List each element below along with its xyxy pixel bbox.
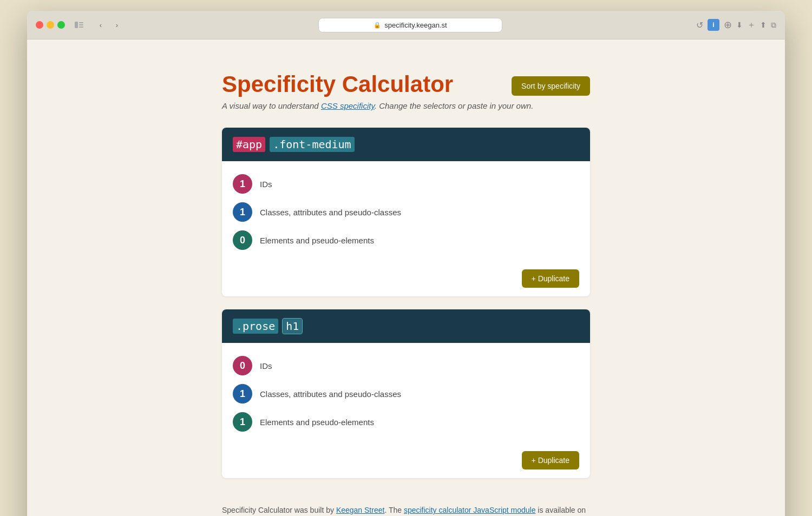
selector-token-class-1: .font-medium xyxy=(270,137,355,152)
svg-rect-1 xyxy=(79,22,83,23)
selector-token-element-2: h1 xyxy=(283,319,302,334)
address-bar[interactable]: 🔒 specificity.keegan.st xyxy=(318,18,502,32)
footer-text-2: . The xyxy=(384,506,404,514)
ids-count-2: 0 xyxy=(240,360,245,372)
card-footer-2: + Duplicate xyxy=(222,445,590,478)
toolbar-icons-right: ↺ i ⊕ ⬇ ＋ ⬆ ⧉ xyxy=(696,19,776,31)
browser-window: ‹ › 🔒 specificity.keegan.st ↺ i ⊕ ⬇ ＋ ⬆ … xyxy=(27,11,785,516)
svg-rect-0 xyxy=(75,22,78,28)
classes-badge-2: 1 xyxy=(233,384,252,403)
elements-row-1: 0 Elements and pseudo-elements xyxy=(233,226,579,254)
page-title: Specificity Calculator xyxy=(222,72,453,97)
elements-badge-1: 0 xyxy=(233,230,252,250)
traffic-light-yellow[interactable] xyxy=(47,21,54,29)
page-content: Specificity Calculator Sort by specifici… xyxy=(27,39,785,516)
specificity-rows-2: 0 IDs 1 Classes, attributes and pseudo-c… xyxy=(222,343,590,445)
elements-label-2: Elements and pseudo-elements xyxy=(260,418,374,427)
page-footer: Specificity Calculator was built by Keeg… xyxy=(222,504,590,516)
traffic-light-green[interactable] xyxy=(57,21,65,29)
selector-token-id-1: #app xyxy=(233,137,265,152)
elements-row-2: 1 Elements and pseudo-elements xyxy=(233,408,579,436)
extensions-icon[interactable]: i xyxy=(708,19,719,31)
traffic-light-red[interactable] xyxy=(36,21,43,29)
duplicate-button-1[interactable]: + Duplicate xyxy=(522,269,579,288)
nav-buttons: ‹ › xyxy=(93,17,125,32)
ids-badge-2: 0 xyxy=(233,356,252,375)
calculator-card-2: .prose h1 0 IDs 1 Classes, attribut xyxy=(222,309,590,478)
classes-badge-1: 1 xyxy=(233,202,252,222)
ids-label-2: IDs xyxy=(260,361,272,371)
footer-line-1: Specificity Calculator was built by Keeg… xyxy=(222,504,590,516)
svg-rect-3 xyxy=(79,27,83,28)
ids-row-1: 1 IDs xyxy=(233,170,579,198)
elements-count-1: 0 xyxy=(240,235,245,246)
classes-row-2: 1 Classes, attributes and pseudo-classes xyxy=(233,380,579,408)
address-bar-container: 🔒 specificity.keegan.st xyxy=(131,18,690,32)
selector-bar-1[interactable]: #app .font-medium xyxy=(222,128,590,161)
url-text: specificity.keegan.st xyxy=(384,21,447,29)
back-button[interactable]: ‹ xyxy=(93,17,108,32)
classes-count-2: 1 xyxy=(240,388,245,400)
classes-label-1: Classes, attributes and pseudo-classes xyxy=(260,208,401,217)
add-tab-icon[interactable]: ⊕ xyxy=(724,19,732,31)
svg-rect-2 xyxy=(79,24,83,25)
elements-badge-2: 1 xyxy=(233,412,252,432)
reload-icon[interactable]: ↺ xyxy=(696,20,703,30)
ids-label-1: IDs xyxy=(260,180,272,189)
tabs-icon[interactable]: ⧉ xyxy=(771,21,776,30)
page-header: Specificity Calculator Sort by specifici… xyxy=(222,72,590,97)
js-module-link[interactable]: specificity calculator JavaScript module xyxy=(404,506,536,514)
subtitle-text: A visual way to understand xyxy=(222,101,321,110)
main-container: Specificity Calculator Sort by specifici… xyxy=(222,72,590,491)
sort-by-specificity-button[interactable]: Sort by specificity xyxy=(512,76,590,96)
traffic-lights xyxy=(36,21,65,29)
duplicate-button-2[interactable]: + Duplicate xyxy=(522,451,579,469)
classes-count-1: 1 xyxy=(240,207,245,218)
calculator-card-1: #app .font-medium 1 IDs 1 Classes, xyxy=(222,128,590,296)
browser-toolbar: ‹ › 🔒 specificity.keegan.st ↺ i ⊕ ⬇ ＋ ⬆ … xyxy=(27,11,785,39)
ids-badge-1: 1 xyxy=(233,174,252,194)
selector-bar-2[interactable]: .prose h1 xyxy=(222,309,590,343)
keegan-street-link[interactable]: Keegan Street xyxy=(336,506,385,514)
new-tab-icon[interactable]: ＋ xyxy=(747,19,756,31)
classes-row-1: 1 Classes, attributes and pseudo-classes xyxy=(233,198,579,226)
page-subtitle: A visual way to understand CSS specifici… xyxy=(222,101,590,110)
classes-label-2: Classes, attributes and pseudo-classes xyxy=(260,389,401,399)
ids-count-1: 1 xyxy=(240,178,245,190)
css-specificity-link[interactable]: CSS specificity xyxy=(321,101,375,110)
lock-icon: 🔒 xyxy=(374,22,381,29)
ids-row-2: 0 IDs xyxy=(233,352,579,380)
share-icon[interactable]: ⬆ xyxy=(760,21,767,29)
elements-label-1: Elements and pseudo-elements xyxy=(260,236,374,245)
forward-button[interactable]: › xyxy=(109,17,125,32)
sidebar-toggle-button[interactable] xyxy=(71,17,87,32)
selector-token-class-2: .prose xyxy=(233,319,278,334)
elements-count-2: 1 xyxy=(240,416,245,428)
footer-text-1: Specificity Calculator was built by xyxy=(222,506,336,514)
downloads-icon[interactable]: ⬇ xyxy=(736,21,743,29)
subtitle-rest: . Change the selectors or paste in your … xyxy=(375,101,534,110)
specificity-rows-1: 1 IDs 1 Classes, attributes and pseudo-c… xyxy=(222,161,590,263)
card-footer-1: + Duplicate xyxy=(222,263,590,296)
